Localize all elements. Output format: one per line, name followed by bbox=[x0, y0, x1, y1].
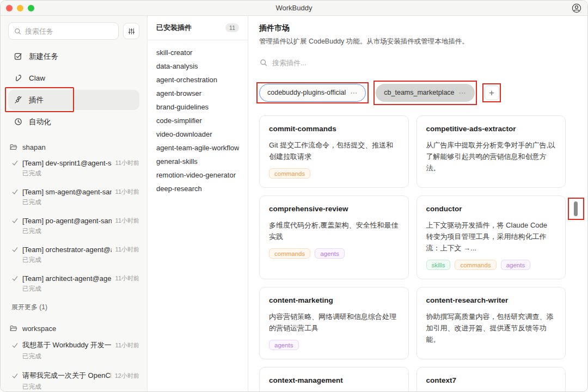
installed-plugin-item[interactable]: agent-team-agile-workflow bbox=[156, 141, 239, 155]
task-item[interactable]: [Team] po-agent@agent-sand... 11小时前 已完成 bbox=[1, 214, 147, 238]
task-item[interactable]: 请帮我完成一次关于 OpenClaw... 12小时前 已完成 bbox=[1, 368, 147, 392]
folder-icon bbox=[9, 324, 18, 333]
check-icon bbox=[11, 372, 19, 379]
installed-plugin-item[interactable]: data-analysis bbox=[156, 59, 239, 73]
scrollbar-region bbox=[568, 198, 584, 220]
task-item[interactable]: [Team] orchestrator-agent@a... 11小时前 已完成 bbox=[1, 243, 147, 267]
account-icon[interactable] bbox=[571, 3, 582, 14]
plugin-card[interactable]: comprehensive-review 多维度代码分析,覆盖架构、安全性和最佳… bbox=[259, 195, 409, 279]
tag-agents: agents bbox=[501, 260, 531, 270]
claw-icon bbox=[14, 74, 23, 83]
plugin-card[interactable]: context7 Upstash Context7 MCP 服务器，用于查找最新… bbox=[416, 367, 566, 392]
scrollbar-thumb[interactable] bbox=[574, 201, 578, 216]
more-icon[interactable]: ⋯ bbox=[459, 89, 467, 97]
task-search-box bbox=[8, 22, 119, 40]
source-chip[interactable]: cb_teams_marketplace ⋯ bbox=[376, 84, 474, 102]
task-item[interactable]: [Team] dev-sprint1@agent-sa... 11小时前 已完成 bbox=[1, 156, 147, 180]
task-time: 12小时前 bbox=[115, 372, 139, 380]
plugin-card-description: 协助撰写高质量内容，包括研究调查、添加引用、改进开篇、提供逐节反馈等功能。 bbox=[426, 311, 556, 345]
check-icon bbox=[11, 160, 19, 167]
task-time: 11小时前 bbox=[115, 159, 139, 167]
plugin-card-name: context7 bbox=[426, 376, 556, 384]
task-status: 已完成 bbox=[22, 352, 139, 360]
zoom-button[interactable] bbox=[28, 5, 34, 11]
installed-plugin-item[interactable]: video-downloader bbox=[156, 127, 239, 141]
plugin-card-name: commit-commands bbox=[269, 125, 399, 133]
new-task-icon bbox=[14, 52, 23, 61]
folder-icon bbox=[9, 143, 18, 151]
installed-plugin-item[interactable]: code-simplifier bbox=[156, 114, 239, 127]
task-time: 11小时前 bbox=[115, 217, 139, 225]
plugin-card[interactable]: conductor 上下文驱动开发插件，将 Claude Code 转变为项目管… bbox=[416, 195, 566, 279]
installed-plugin-item[interactable]: agent-orchestration bbox=[156, 73, 239, 87]
plugin-card[interactable]: content-research-writer 协助撰写高质量内容，包括研究调查… bbox=[416, 287, 566, 359]
task-time: 11小时前 bbox=[115, 341, 139, 350]
check-icon bbox=[11, 217, 19, 224]
installed-plugin-item[interactable]: brand-guidelines bbox=[156, 100, 239, 114]
task-title: [Team] orchestrator-agent@a... bbox=[22, 246, 112, 254]
plugin-card-description: 上下文驱动开发插件，将 Claude Code 转变为项目管理工具，采用结构化工… bbox=[426, 219, 556, 254]
task-search-input[interactable] bbox=[25, 27, 113, 35]
installed-list: skill-creatordata-analysisagent-orchestr… bbox=[148, 40, 248, 201]
window-title: WorkBuddy bbox=[1, 4, 587, 12]
source-chip[interactable]: codebuddy-plugins-official ⋯ bbox=[259, 84, 366, 102]
tag-agents: agents bbox=[269, 340, 299, 350]
search-icon bbox=[14, 27, 22, 35]
market-subtitle: 管理插件以扩展 CodeBuddy 功能。从市场安装插件或管理本地插件。 bbox=[259, 37, 566, 46]
check-icon bbox=[11, 342, 19, 349]
plugin-card-tags: commands bbox=[269, 168, 399, 179]
folder-row[interactable]: shapan bbox=[1, 139, 147, 155]
task-time: 11小时前 bbox=[115, 188, 139, 196]
filter-icon bbox=[127, 27, 136, 35]
tag-commands: commands bbox=[269, 168, 310, 179]
plus-icon: + bbox=[489, 88, 494, 97]
plugin-card-tags: agents bbox=[269, 340, 399, 350]
plugin-card-name: conductor bbox=[426, 205, 556, 213]
expand-more-link[interactable]: 展开更多 (1) bbox=[1, 301, 147, 313]
plugin-card-description: 内容营销策略、网络调研和信息综合处理的营销运营工具 bbox=[269, 311, 399, 334]
task-status: 已完成 bbox=[22, 227, 139, 235]
sidebar-menu-item[interactable]: 插件 bbox=[8, 90, 139, 110]
task-status: 已完成 bbox=[22, 198, 139, 206]
task-title: [Team] po-agent@agent-sand... bbox=[22, 217, 112, 225]
plugin-search-input[interactable] bbox=[272, 59, 566, 67]
task-item[interactable]: [Team] architect-agent@agent... 11小时前 已完… bbox=[1, 272, 147, 296]
installed-plugin-item[interactable]: agent-browser bbox=[156, 87, 239, 100]
tag-commands: commands bbox=[455, 260, 496, 270]
task-title: 我想基于 Workbuddy 开发一个... bbox=[22, 340, 112, 350]
add-source-button[interactable]: + bbox=[485, 85, 499, 100]
installed-plugin-item[interactable]: general-skills bbox=[156, 155, 239, 168]
installed-plugin-item[interactable]: skill-creator bbox=[156, 46, 239, 59]
filter-button[interactable] bbox=[123, 23, 139, 39]
task-title: 请帮我完成一次关于 OpenClaw... bbox=[22, 371, 111, 381]
sidebar-menu-item[interactable]: 新建任务 bbox=[8, 46, 139, 66]
source-chips-row: codebuddy-plugins-official ⋯ cb_teams_ma… bbox=[259, 83, 566, 102]
folder-row[interactable]: workspace bbox=[1, 321, 147, 336]
more-icon[interactable]: ⋯ bbox=[350, 89, 358, 97]
installed-plugins-panel: 已安装插件 11 skill-creatordata-analysisagent… bbox=[148, 16, 248, 392]
sidebar-item-label: 插件 bbox=[29, 95, 44, 105]
installed-count-badge: 11 bbox=[225, 23, 239, 32]
plugin-card-tags: commandsagents bbox=[269, 248, 399, 259]
close-button[interactable] bbox=[6, 5, 13, 11]
minimize-button[interactable] bbox=[17, 5, 23, 11]
installed-plugin-item[interactable]: deep-research bbox=[156, 182, 239, 195]
task-title: [Team] architect-agent@agent... bbox=[22, 274, 112, 283]
task-item[interactable]: 我想基于 Workbuddy 开发一个... 11小时前 已完成 bbox=[1, 338, 147, 363]
plugin-market: 插件市场 管理插件以扩展 CodeBuddy 功能。从市场安装插件或管理本地插件… bbox=[248, 16, 587, 392]
check-icon bbox=[11, 188, 19, 195]
plugin-card-description: 从广告库中提取并分析竞争对手的广告,以了解能够引起共鸣的营销信息和创意方法。 bbox=[426, 139, 556, 174]
task-item[interactable]: [Team] sm-agent@agent-sand... 11小时前 已完成 bbox=[1, 185, 147, 209]
plugin-search-box bbox=[259, 56, 566, 70]
installed-plugin-item[interactable]: remotion-video-generator bbox=[156, 168, 239, 182]
plugin-card-name: content-marketing bbox=[269, 296, 399, 304]
plugin-card[interactable]: commit-commands Git 提交工作流命令，包括提交、推送和创建拉取… bbox=[259, 115, 409, 188]
sidebar-menu-item[interactable]: Claw bbox=[8, 68, 139, 88]
titlebar: WorkBuddy bbox=[1, 1, 587, 16]
sidebar-menu-item[interactable]: 自动化 bbox=[8, 112, 139, 132]
plugin-card[interactable]: competitive-ads-extractor 从广告库中提取并分析竞争对手… bbox=[416, 115, 566, 188]
plugin-card[interactable]: content-marketing 内容营销策略、网络调研和信息综合处理的营销运… bbox=[259, 287, 409, 359]
plugin-card-name: content-research-writer bbox=[426, 296, 556, 304]
plugin-card[interactable]: context-management 上下文持久化、恢复和长期对话管理 comm… bbox=[259, 367, 409, 392]
task-title: [Team] sm-agent@agent-sand... bbox=[22, 188, 112, 196]
